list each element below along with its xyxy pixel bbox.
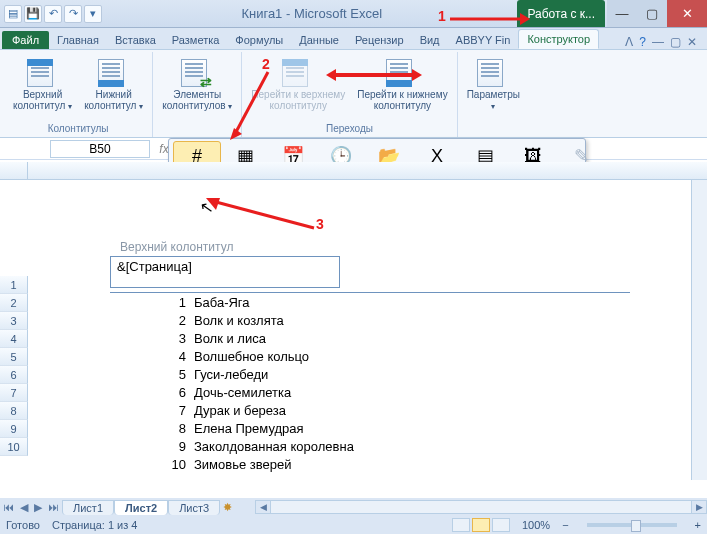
tab-insert[interactable]: Вставка xyxy=(107,31,164,49)
cell-b[interactable]: Волшебное кольцо xyxy=(192,349,630,364)
cell-a[interactable]: 3 xyxy=(110,331,192,346)
header-left-box[interactable]: &[Страница] xyxy=(110,256,340,288)
zoom-in-icon[interactable]: + xyxy=(695,519,701,531)
vertical-scrollbar[interactable] xyxy=(691,180,707,480)
row-header[interactable]: 10 xyxy=(0,438,28,456)
cell-a[interactable]: 8 xyxy=(110,421,192,436)
group-label-headers: Колонтитулы xyxy=(8,122,148,135)
view-pagebreak-icon[interactable] xyxy=(492,518,510,532)
cell-a[interactable]: 4 xyxy=(110,349,192,364)
contextual-tab-header: Работа с к... xyxy=(517,0,605,27)
cell-a[interactable]: 1 xyxy=(110,295,192,310)
view-pagelayout-icon[interactable] xyxy=(472,518,490,532)
wb-minimize-icon[interactable]: — xyxy=(652,35,664,49)
row-header[interactable]: 7 xyxy=(0,384,28,402)
sheet-nav-prev-icon[interactable]: ◀ xyxy=(17,501,31,514)
row-header[interactable]: 4 xyxy=(0,330,28,348)
group-options: Параметры▾ xyxy=(458,52,529,137)
help-icon[interactable]: ? xyxy=(639,35,646,49)
zoom-out-icon[interactable]: − xyxy=(562,519,568,531)
cell-b[interactable]: Дочь-семилетка xyxy=(192,385,630,400)
hf-elements-icon: ⇄ xyxy=(181,59,207,87)
header-button[interactable]: Верхнийколонтитул ▾ xyxy=(8,54,77,122)
cell-a[interactable]: 9 xyxy=(110,439,192,454)
cell-b[interactable]: Дурак и береза xyxy=(192,403,630,418)
sheet-tab-1[interactable]: Лист1 xyxy=(62,500,114,515)
tab-formulas[interactable]: Формулы xyxy=(227,31,291,49)
qat-undo-icon[interactable]: ↶ xyxy=(44,5,62,23)
table-row[interactable]: 6Дочь-семилетка xyxy=(110,383,630,401)
table-row[interactable]: 5Гуси-лебеди xyxy=(110,365,630,383)
cell-b[interactable]: Гуси-лебеди xyxy=(192,367,630,382)
row-header[interactable]: 2 xyxy=(0,294,28,312)
cell-a[interactable]: 2 xyxy=(110,313,192,328)
row-header[interactable]: 8 xyxy=(0,402,28,420)
table-row[interactable]: 2Волк и козлята xyxy=(110,311,630,329)
cell-b[interactable]: Заколдованная королевна xyxy=(192,439,630,454)
tab-layout[interactable]: Разметка xyxy=(164,31,228,49)
qat-save-icon[interactable]: 💾 xyxy=(24,5,42,23)
tab-file[interactable]: Файл xyxy=(2,31,49,49)
qat-customize-icon[interactable]: ▾ xyxy=(84,5,102,23)
goto-header-button: Перейти к верхнемуколонтитулу xyxy=(246,54,350,122)
footer-button[interactable]: Нижнийколонтитул ▾ xyxy=(79,54,148,122)
row-header[interactable]: 1 xyxy=(0,276,28,294)
group-navigation: Перейти к верхнемуколонтитулу Перейти к … xyxy=(242,52,457,137)
ribbon: Верхнийколонтитул ▾ Нижнийколонтитул ▾ К… xyxy=(0,50,707,138)
row-header[interactable]: 6 xyxy=(0,366,28,384)
cell-b[interactable]: Баба-Яга xyxy=(192,295,630,310)
cell-b[interactable]: Зимовье зверей xyxy=(192,457,630,472)
window-close-button[interactable]: ✕ xyxy=(667,0,707,27)
cell-a[interactable]: 5 xyxy=(110,367,192,382)
table-row[interactable]: 4Волшебное кольцо xyxy=(110,347,630,365)
zoom-level[interactable]: 100% xyxy=(522,519,550,531)
cell-b[interactable]: Волк и лиса xyxy=(192,331,630,346)
options-button[interactable]: Параметры▾ xyxy=(462,54,525,122)
view-normal-icon[interactable] xyxy=(452,518,470,532)
window-minimize-button[interactable]: — xyxy=(607,0,637,27)
row-header[interactable]: 5 xyxy=(0,348,28,366)
ribbon-minimize-icon[interactable]: ᐱ xyxy=(625,35,633,49)
sheet-nav-last-icon[interactable]: ⏭ xyxy=(45,501,62,513)
goto-footer-button[interactable]: Перейти к нижнемуколонтитулу xyxy=(352,54,452,122)
hscroll-left-icon[interactable]: ◀ xyxy=(255,500,271,514)
hf-elements-button[interactable]: ⇄ Элементыколонтитулов ▾ xyxy=(157,54,237,122)
title-bar: ▤ 💾 ↶ ↷ ▾ Книга1 - Microsoft Excel Работ… xyxy=(0,0,707,28)
cell-a[interactable]: 6 xyxy=(110,385,192,400)
cell-a[interactable]: 7 xyxy=(110,403,192,418)
name-box[interactable]: B50 xyxy=(50,140,150,158)
tab-view[interactable]: Вид xyxy=(412,31,448,49)
window-maximize-button[interactable]: ▢ xyxy=(637,0,667,27)
wb-close-icon[interactable]: ✕ xyxy=(687,35,697,49)
header-icon xyxy=(27,59,53,87)
table-row[interactable]: 3Волк и лиса xyxy=(110,329,630,347)
cell-b[interactable]: Волк и козлята xyxy=(192,313,630,328)
column-headers[interactable] xyxy=(0,162,707,180)
sheet-nav-first-icon[interactable]: ⏮ xyxy=(0,501,17,513)
qat-redo-icon[interactable]: ↷ xyxy=(64,5,82,23)
cell-a[interactable]: 10 xyxy=(110,457,192,472)
table-row[interactable]: 1Баба-Яга xyxy=(110,293,630,311)
tab-home[interactable]: Главная xyxy=(49,31,107,49)
tab-design[interactable]: Конструктор xyxy=(518,29,599,49)
table-row[interactable]: 7Дурак и береза xyxy=(110,401,630,419)
tab-abbyy[interactable]: ABBYY Fin xyxy=(448,31,519,49)
horizontal-scrollbar[interactable]: ◀ ▶ xyxy=(255,500,707,514)
sheet-tab-2[interactable]: Лист2 xyxy=(114,500,168,515)
cell-b[interactable]: Елена Премудрая xyxy=(192,421,630,436)
table-row[interactable]: 10Зимовье зверей xyxy=(110,455,630,473)
wb-restore-icon[interactable]: ▢ xyxy=(670,35,681,49)
qat-excel-icon[interactable]: ▤ xyxy=(4,5,22,23)
sheet-nav-next-icon[interactable]: ▶ xyxy=(31,501,45,514)
hscroll-right-icon[interactable]: ▶ xyxy=(691,500,707,514)
new-sheet-icon[interactable]: ✸ xyxy=(220,501,235,514)
row-header[interactable]: 9 xyxy=(0,420,28,438)
table-row[interactable]: 8Елена Премудрая xyxy=(110,419,630,437)
sheet-tab-3[interactable]: Лист3 xyxy=(168,500,220,515)
header-section-label: Верхний колонтитул xyxy=(110,180,630,256)
table-row[interactable]: 9Заколдованная королевна xyxy=(110,437,630,455)
zoom-slider[interactable] xyxy=(587,523,677,527)
tab-review[interactable]: Рецензир xyxy=(347,31,412,49)
tab-data[interactable]: Данные xyxy=(291,31,347,49)
row-header[interactable]: 3 xyxy=(0,312,28,330)
